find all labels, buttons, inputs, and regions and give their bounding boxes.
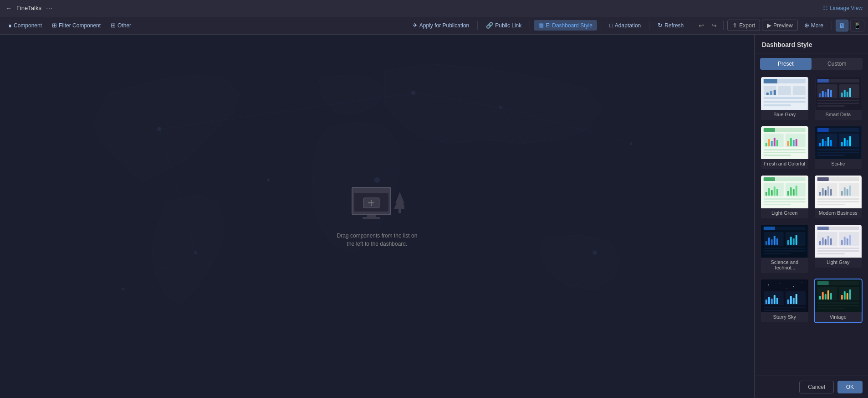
redo-btn[interactable]: ↪: [709, 20, 720, 31]
svg-point-164: [786, 288, 787, 289]
svg-rect-53: [849, 88, 851, 97]
tab-preset[interactable]: Preset: [760, 58, 812, 70]
svg-rect-188: [841, 295, 842, 300]
preset-modern-business-label: Modern Business: [815, 208, 862, 218]
component-btn[interactable]: ∎ Component: [4, 20, 46, 31]
svg-point-7: [122, 288, 124, 290]
svg-rect-30: [764, 79, 777, 83]
svg-rect-123: [817, 201, 859, 202]
tab-custom[interactable]: Custom: [812, 58, 863, 70]
preset-light-gray[interactable]: Light Gray: [814, 224, 863, 274]
canvas[interactable]: Drag components from the list on the lef…: [0, 35, 754, 398]
more-btn[interactable]: ⊕ More: [800, 20, 828, 31]
more-dots-icon[interactable]: ⋯: [46, 5, 52, 12]
svg-rect-24: [363, 217, 380, 219]
svg-rect-67: [787, 141, 789, 146]
preset-sci-fi-label: Sci-fic: [815, 159, 862, 169]
svg-rect-170: [774, 295, 776, 304]
lineage-icon: ☷: [823, 5, 828, 11]
apply-publication-btn[interactable]: ✈ Apply for Publication: [408, 20, 474, 31]
svg-rect-35: [764, 101, 806, 103]
export-btn[interactable]: ⇧ Export: [727, 20, 760, 31]
undo-btn[interactable]: ↩: [696, 20, 707, 31]
toolbar-right: ✈ Apply for Publication 🔗 Public Link ▦ …: [408, 20, 864, 31]
refresh-label: Refresh: [664, 22, 684, 29]
svg-rect-118: [841, 191, 842, 196]
preset-blue-gray[interactable]: Blue Gray: [760, 76, 809, 121]
style-panel-footer: Cancel OK: [755, 376, 868, 398]
preset-science-tech[interactable]: Science and Technol...: [760, 224, 809, 274]
mobile-icon: 📱: [853, 22, 861, 29]
preview-btn[interactable]: ▶ Preview: [762, 20, 798, 31]
svg-rect-68: [790, 138, 792, 146]
svg-rect-130: [766, 241, 767, 245]
svg-rect-38: [770, 91, 772, 95]
other-btn[interactable]: ⊞ Other: [106, 20, 136, 31]
style-tabs: Preset Custom: [760, 58, 863, 70]
adaptation-btn[interactable]: □ Adaptation: [605, 20, 645, 31]
svg-rect-27: [398, 209, 401, 213]
svg-rect-69: [793, 140, 795, 146]
svg-rect-173: [790, 296, 792, 304]
component-icon: ∎: [8, 22, 12, 29]
preset-vintage[interactable]: Vintage: [814, 279, 863, 323]
svg-rect-158: [817, 253, 844, 254]
svg-rect-152: [841, 240, 842, 245]
dashboard-style-icon: ▦: [538, 22, 544, 29]
divider-7: [832, 21, 832, 30]
cancel-button[interactable]: Cancel: [799, 381, 833, 393]
lineage-view-btn[interactable]: ☷ Lineage View: [823, 5, 863, 11]
svg-rect-169: [771, 299, 773, 304]
svg-rect-153: [843, 237, 845, 245]
style-presets-grid: Blue Gray: [755, 72, 868, 329]
public-link-btn[interactable]: 🔗 Public Link: [481, 20, 526, 31]
mobile-view-btn[interactable]: 📱: [850, 20, 864, 31]
refresh-btn[interactable]: ↻ Refresh: [653, 20, 688, 31]
svg-rect-72: [764, 152, 806, 153]
svg-rect-105: [764, 198, 806, 200]
svg-rect-180: [817, 281, 828, 285]
preset-smart-data[interactable]: Smart Data: [814, 76, 863, 121]
svg-rect-88: [817, 149, 859, 150]
preset-smart-data-label: Smart Data: [815, 110, 862, 120]
desktop-view-btn[interactable]: 🖥: [836, 20, 848, 31]
svg-rect-85: [843, 138, 845, 146]
svg-rect-189: [843, 291, 845, 300]
svg-rect-93: [764, 177, 775, 181]
main-area: Drag components from the list on the lef…: [0, 35, 868, 398]
dashboard-style-btn[interactable]: ▦ El Dashboard Style: [534, 20, 597, 31]
svg-rect-66: [776, 140, 778, 146]
ok-button[interactable]: OK: [837, 381, 863, 393]
svg-rect-98: [771, 190, 773, 196]
apply-icon: ✈: [413, 22, 418, 29]
preset-fresh-colorful-label: Fresh and Colorful: [761, 159, 808, 169]
preset-fresh-colorful[interactable]: Fresh and Colorful: [760, 125, 809, 170]
preset-starry-sky[interactable]: Starry Sky: [760, 279, 809, 323]
svg-rect-51: [843, 90, 845, 97]
preset-modern-business[interactable]: Modern Business: [814, 175, 863, 219]
svg-rect-187: [830, 293, 832, 300]
svg-rect-39: [774, 90, 776, 95]
preset-light-green[interactable]: Light Green: [760, 175, 809, 219]
svg-rect-63: [768, 139, 770, 146]
svg-rect-134: [776, 238, 778, 245]
svg-rect-131: [768, 238, 770, 245]
drop-hint-text: Drag components from the list on the lef…: [336, 232, 418, 248]
svg-rect-172: [787, 300, 789, 304]
preview-modern: [815, 176, 862, 208]
other-icon: ⊞: [111, 22, 116, 29]
back-icon[interactable]: ←: [5, 5, 12, 12]
svg-point-163: [802, 282, 802, 283]
svg-rect-148: [822, 238, 823, 245]
divider-1: [477, 21, 478, 30]
svg-rect-124: [817, 204, 844, 205]
svg-rect-154: [846, 238, 848, 245]
svg-rect-64: [771, 141, 773, 146]
preset-sci-fi[interactable]: Sci-fic: [814, 125, 863, 170]
svg-rect-155: [849, 235, 851, 245]
drop-illustration: [350, 185, 404, 226]
svg-rect-52: [846, 92, 848, 97]
dashboard-style-label: El Dashboard Style: [546, 22, 592, 29]
filter-component-btn[interactable]: ⊞ Filter Component: [47, 20, 105, 31]
svg-rect-150: [827, 236, 829, 245]
